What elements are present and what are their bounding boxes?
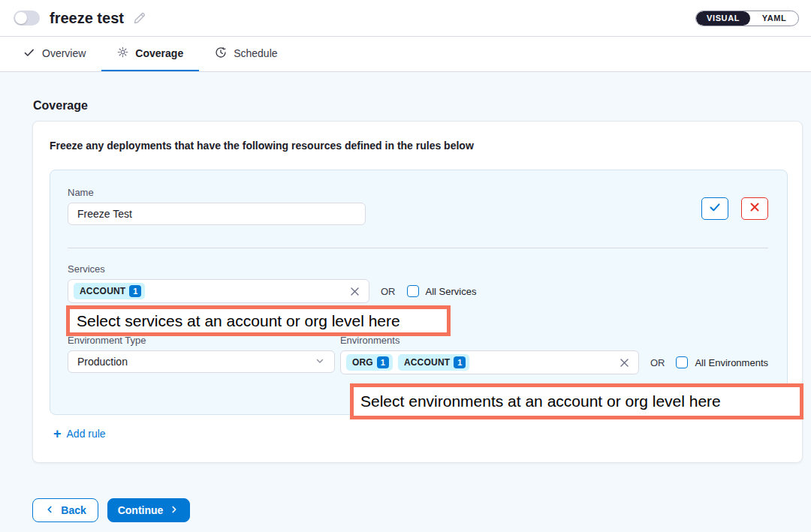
services-field-group: Services ACCOUNT 1 OR All Services [68, 263, 768, 303]
edit-title-icon[interactable] [132, 11, 146, 26]
continue-label: Continue [118, 504, 164, 516]
environments-field-group: Environments ORG 1 ACCOUNT 1 [340, 335, 768, 374]
environment-scope-chip[interactable]: ACCOUNT 1 [398, 354, 469, 371]
services-label: Services [68, 263, 768, 275]
chip-count-badge: 1 [129, 285, 141, 297]
clock-history-icon [215, 47, 227, 61]
check-icon [708, 200, 722, 217]
close-icon [749, 202, 760, 215]
chevron-right-icon [169, 504, 179, 517]
environment-type-value: Production [77, 356, 128, 368]
name-field-group: Name [68, 187, 366, 225]
view-mode-switch: VISUAL YAML [695, 11, 799, 26]
name-label: Name [68, 187, 366, 198]
page-title: freeze test [50, 10, 124, 27]
back-label: Back [61, 504, 86, 516]
rule-name-input[interactable] [68, 203, 366, 225]
chevron-down-icon [315, 356, 325, 368]
header: freeze test VISUAL YAML [0, 0, 811, 37]
chip-count-badge: 1 [454, 356, 466, 368]
chevron-left-icon [44, 504, 55, 517]
clear-environments-icon[interactable] [620, 358, 629, 368]
chip-scope-label: ORG [352, 357, 373, 368]
service-scope-chip[interactable]: ACCOUNT 1 [74, 283, 145, 299]
tab-overview-label: Overview [42, 47, 86, 59]
wizard-footer: Back Continue [32, 498, 190, 522]
wizard-tabs: Overview Coverage Schedule [0, 37, 811, 72]
chip-scope-label: ACCOUNT [80, 286, 125, 296]
back-button[interactable]: Back [32, 498, 98, 522]
coverage-description: Freeze any deployments that have the fol… [50, 140, 786, 152]
environment-type-select[interactable]: Production [68, 350, 335, 373]
services-annotation-callout: Select services at an account or org lev… [66, 305, 451, 336]
environments-annotation-callout: Select environments at an account or org… [350, 383, 803, 419]
tab-schedule-label: Schedule [234, 47, 277, 59]
environments-label: Environments [340, 335, 768, 346]
toggle-knob [15, 12, 27, 24]
yaml-mode-button[interactable]: YAML [750, 11, 798, 26]
add-rule-label: Add rule [67, 428, 106, 440]
tab-overview[interactable]: Overview [8, 37, 101, 71]
environments-multiselect[interactable]: ORG 1 ACCOUNT 1 [340, 350, 639, 374]
all-services-label: All Services [426, 286, 477, 297]
environment-type-field-group: Environment Type Production [68, 335, 340, 374]
freeze-rule-card: Name [50, 170, 788, 415]
rule-divider [68, 248, 768, 248]
services-multiselect[interactable]: ACCOUNT 1 [68, 279, 369, 303]
check-icon [23, 47, 35, 61]
all-environments-checkbox[interactable] [676, 356, 688, 368]
tab-coverage-label: Coverage [135, 47, 183, 59]
visual-mode-button[interactable]: VISUAL [696, 11, 750, 26]
all-environments-label: All Environments [695, 357, 768, 368]
plus-icon: + [53, 427, 62, 440]
delete-rule-button[interactable] [741, 197, 768, 220]
environment-scope-chip[interactable]: ORG 1 [346, 354, 393, 371]
continue-button[interactable]: Continue [107, 498, 190, 522]
services-or-label: OR [381, 286, 396, 297]
confirm-rule-button[interactable] [701, 197, 728, 220]
environment-type-label: Environment Type [68, 335, 340, 346]
environments-or-label: OR [650, 357, 665, 368]
add-rule-button[interactable]: + Add rule [53, 427, 106, 440]
chip-scope-label: ACCOUNT [404, 357, 450, 368]
chip-count-badge: 1 [377, 356, 389, 368]
clear-services-icon[interactable] [350, 287, 360, 296]
tab-schedule[interactable]: Schedule [199, 37, 293, 71]
gear-icon [117, 47, 128, 60]
section-heading: Coverage [33, 99, 811, 113]
all-services-checkbox[interactable] [407, 285, 419, 297]
freeze-enabled-toggle[interactable] [14, 11, 40, 26]
tab-coverage[interactable]: Coverage [101, 37, 199, 71]
